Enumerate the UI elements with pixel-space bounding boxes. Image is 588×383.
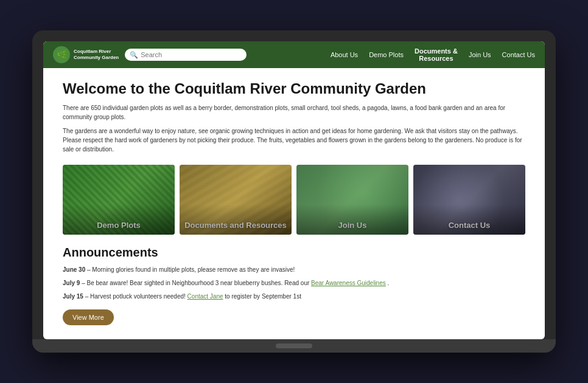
card-join-label: Join Us	[296, 216, 408, 235]
announcement-2-date: July 9	[63, 280, 80, 286]
nav-link-contact[interactable]: Contact Us	[502, 51, 535, 58]
laptop-hinge	[276, 343, 312, 348]
announcement-2-after: .	[388, 280, 390, 286]
card-demo-label: Demo Plots	[63, 216, 175, 235]
announcements-title: Announcements	[63, 246, 525, 260]
feature-cards: Demo Plots Documents and Resources Join …	[63, 165, 525, 235]
announcement-1-date: June 30	[63, 266, 85, 273]
announcement-3-date: July 15	[63, 293, 83, 300]
intro-para-1: There are 650 individual garden plots as…	[63, 103, 525, 122]
announcement-3-after: to register by September 1st	[225, 293, 301, 300]
announcement-1: June 30 – Morning glories found in multi…	[63, 266, 525, 274]
logo-icon: 🌿	[53, 46, 70, 63]
nav-link-join[interactable]: Join Us	[469, 51, 491, 58]
laptop-base	[32, 339, 556, 353]
intro-para-2: The gardens are a wonderful way to enjoy…	[63, 126, 525, 154]
search-bar[interactable]: 🔍	[125, 49, 247, 61]
laptop-screen: 🌿 Coquitlam River Community Garden 🔍 Abo…	[43, 41, 545, 339]
nav-links: About Us Demo Plots Documents &Resources…	[331, 47, 535, 62]
laptop-frame: 🌿 Coquitlam River Community Garden 🔍 Abo…	[32, 30, 556, 353]
announcement-2-text: – Be bear aware! Bear sighted in Neighbo…	[82, 280, 309, 286]
card-contact-label: Contact Us	[413, 216, 525, 235]
announcement-3-text: – Harvest potluck volunteers needed!	[85, 293, 186, 300]
announcement-1-text: – Morning glories found in multiple plot…	[87, 266, 295, 273]
search-input[interactable]	[125, 49, 247, 61]
bear-guidelines-link[interactable]: Bear Awareness Guidelines	[311, 280, 386, 286]
page-title: Welcome to the Coquitlam River Community…	[63, 80, 525, 97]
card-docs-label: Documents and Resources	[180, 216, 292, 235]
search-icon: 🔍	[130, 51, 138, 59]
navigation: 🌿 Coquitlam River Community Garden 🔍 Abo…	[43, 41, 545, 68]
announcement-3: July 15 – Harvest potluck volunteers nee…	[63, 292, 525, 301]
announcement-2: July 9 – Be bear aware! Bear sighted in …	[63, 279, 525, 288]
main-content: Welcome to the Coquitlam River Community…	[43, 68, 545, 339]
logo-text: Coquitlam River Community Garden	[74, 49, 119, 61]
card-contact-us[interactable]: Contact Us	[413, 165, 525, 235]
nav-link-demo[interactable]: Demo Plots	[369, 51, 404, 58]
view-more-button[interactable]: View More	[63, 309, 114, 325]
site-logo[interactable]: 🌿 Coquitlam River Community Garden	[53, 46, 119, 63]
card-join-us[interactable]: Join Us	[296, 165, 408, 235]
nav-link-docs[interactable]: Documents &Resources	[415, 47, 458, 62]
card-documents[interactable]: Documents and Resources	[180, 165, 292, 235]
contact-jane-link[interactable]: Contact Jane	[187, 293, 223, 300]
nav-link-about[interactable]: About Us	[331, 51, 358, 58]
card-demo-plots[interactable]: Demo Plots	[63, 165, 175, 235]
